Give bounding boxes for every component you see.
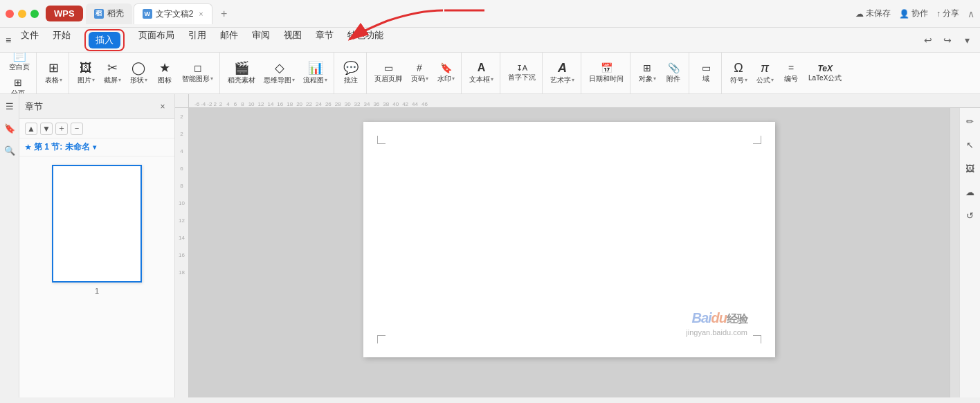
search-icon-btn[interactable]: 🔍 bbox=[2, 143, 17, 158]
toolbar-group-images: 🖼 图片 ▾ ✂ 截屏 ▾ ◯ 形状 ▾ bbox=[71, 53, 220, 94]
menu-item-view[interactable]: 视图 bbox=[278, 26, 307, 54]
daoke-material-btn[interactable]: 🎬 稻壳素材 bbox=[224, 60, 259, 87]
chapter-remove-btn[interactable]: － bbox=[71, 123, 83, 135]
ruler-tick: 2 bbox=[219, 101, 222, 107]
chapter-header: 章节 × bbox=[19, 94, 174, 119]
object-label: 对象 bbox=[639, 74, 653, 84]
menu-item-reference[interactable]: 引用 bbox=[183, 26, 212, 54]
tab-bar: WPS 稻 稻壳 W 文字文稿2 × + bbox=[46, 3, 855, 24]
rs-cursor-btn[interactable]: ↖ bbox=[963, 137, 978, 152]
datetime-label: 日期和时间 bbox=[589, 74, 624, 84]
chapter-up-btn[interactable]: ▲ bbox=[25, 123, 37, 135]
superscript-btn[interactable]: ↧A 首字下沉 bbox=[505, 62, 539, 84]
menu-item-start[interactable]: 开始 bbox=[47, 26, 76, 54]
watermark-arrow-icon: ▾ bbox=[452, 75, 455, 82]
right-scrollbar[interactable] bbox=[950, 108, 959, 397]
doc-scroll[interactable]: Baidu经验 jingyan.baidu.com bbox=[189, 108, 950, 397]
tab-daoke[interactable]: 稻 稻壳 bbox=[86, 3, 132, 24]
menu-item-file[interactable]: 文件 bbox=[15, 26, 44, 54]
blank-page-label: 空白页 bbox=[9, 62, 30, 72]
chapter-close-btn[interactable]: × bbox=[156, 100, 169, 113]
comment-btn[interactable]: 💬 批注 bbox=[338, 60, 363, 87]
image-btn[interactable]: 🖼 图片 ▾ bbox=[73, 60, 98, 87]
toolbar-group-page: 📄 空白页 ⊞ 分页 bbox=[3, 53, 37, 94]
baidu-watermark: Baidu经验 jingyan.baidu.com bbox=[686, 309, 747, 337]
rs-cloud-btn[interactable]: ☁ bbox=[963, 184, 978, 199]
domain-btn[interactable]: ▭ 域 bbox=[693, 61, 718, 86]
icon-btn[interactable]: ★ 图标 bbox=[152, 60, 177, 87]
undo-dropdown[interactable]: ▾ bbox=[959, 33, 974, 48]
formula-btn[interactable]: π 公式 ▾ bbox=[752, 60, 777, 87]
domain-label: 域 bbox=[702, 74, 709, 84]
number-btn[interactable]: = 编号 bbox=[779, 61, 804, 86]
chapter-header-btns: × bbox=[156, 100, 169, 113]
chapter-section-arrow-icon[interactable]: ▾ bbox=[93, 143, 96, 151]
expand-icon[interactable]: ∧ bbox=[968, 8, 974, 19]
menu-tools: ↩ ↪ ▾ bbox=[920, 33, 974, 48]
object-btn[interactable]: ⊞ 对象 ▾ bbox=[635, 61, 660, 86]
share-btn[interactable]: ↑ 分享 bbox=[936, 8, 959, 19]
tab-document[interactable]: W 文字文稿2 × bbox=[134, 3, 212, 24]
rs-edit-btn[interactable]: ✏ bbox=[963, 114, 978, 129]
minimize-traffic-light[interactable] bbox=[18, 10, 26, 18]
close-traffic-light[interactable] bbox=[6, 10, 14, 18]
pagenumber-btn[interactable]: # 页码 ▾ bbox=[407, 61, 432, 86]
latex-btn[interactable]: TeX LaTeX公式 bbox=[805, 62, 845, 85]
tab-wps[interactable]: WPS bbox=[46, 6, 83, 21]
attachment-label: 附件 bbox=[666, 74, 680, 84]
number-icon: = bbox=[788, 63, 794, 73]
redo-btn[interactable]: ↪ bbox=[940, 33, 955, 48]
unsaved-btn[interactable]: ☁ 未保存 bbox=[855, 8, 891, 19]
flowchart-btn[interactable]: 📊 流程图 ▾ bbox=[300, 60, 331, 87]
corner-bl bbox=[377, 335, 385, 343]
shape-btn[interactable]: ◯ 形状 ▾ bbox=[126, 60, 151, 87]
ruler-tick: 18 bbox=[287, 101, 293, 107]
ruler-tick: 32 bbox=[354, 101, 361, 107]
menu-item-pagelayout[interactable]: 页面布局 bbox=[133, 26, 180, 54]
mindmap-btn[interactable]: ◇ 思维导图 ▾ bbox=[260, 60, 298, 87]
chapter-section-icon: ★ bbox=[25, 143, 31, 151]
bookmark-icon-btn[interactable]: 🔖 bbox=[2, 120, 17, 136]
ruler-horizontal: -6 -4 -2 2 2 4 6 8 10 12 14 16 18 20 22 … bbox=[189, 94, 980, 108]
fullscreen-traffic-light[interactable] bbox=[30, 10, 39, 18]
hamburger-icon[interactable]: ≡ bbox=[6, 35, 11, 46]
ruler-tick: 20 bbox=[296, 101, 302, 107]
chapter-icon-btn[interactable]: ☰ bbox=[2, 98, 17, 114]
menu-item-mail[interactable]: 邮件 bbox=[215, 26, 244, 54]
datetime-btn[interactable]: 📅 日期和时间 bbox=[586, 61, 627, 86]
artword-btn[interactable]: A 艺术字 ▾ bbox=[547, 60, 578, 87]
table-btn[interactable]: ⊞ 表格 ▾ bbox=[41, 60, 66, 87]
chapter-add-btn[interactable]: ＋ bbox=[55, 123, 68, 135]
undo-btn[interactable]: ↩ bbox=[920, 33, 936, 48]
chapter-down-btn[interactable]: ▼ bbox=[40, 123, 53, 135]
collab-btn[interactable]: 👤 协作 bbox=[899, 8, 928, 19]
menu-item-special[interactable]: 特色功能 bbox=[342, 26, 389, 54]
tab-add-btn[interactable]: + bbox=[217, 6, 232, 21]
smartshape-btn[interactable]: ◻ 智能图形 ▾ bbox=[179, 61, 217, 86]
content-area: -6 -4 -2 2 2 4 6 8 10 12 14 16 18 20 22 … bbox=[175, 94, 980, 397]
menu-item-insert[interactable]: 插入 bbox=[89, 32, 120, 48]
headerfooter-btn[interactable]: ▭ 页眉页脚 bbox=[371, 61, 406, 86]
menu-item-chapter[interactable]: 章节 bbox=[310, 26, 339, 54]
mindmap-icon: ◇ bbox=[275, 62, 284, 74]
traffic-lights bbox=[6, 10, 39, 18]
blank-page-btn[interactable]: 📄 空白页 bbox=[6, 53, 33, 74]
attachment-btn[interactable]: 📎 附件 bbox=[661, 61, 686, 86]
symbol-btn[interactable]: Ω 符号 ▾ bbox=[726, 60, 751, 87]
rs-image-btn[interactable]: 🖼 bbox=[963, 161, 978, 176]
menu-item-review[interactable]: 审阅 bbox=[246, 26, 275, 54]
textbox-btn[interactable]: A 文本框 ▾ bbox=[466, 60, 497, 87]
image-icon: 🖼 bbox=[80, 62, 92, 74]
rs-undo-btn[interactable]: ↺ bbox=[963, 208, 978, 223]
screenshot-btn[interactable]: ✂ 截屏 ▾ bbox=[100, 60, 125, 87]
toolbar-group-textbox: A 文本框 ▾ bbox=[463, 53, 500, 94]
watermark-btn[interactable]: 🔖 水印 ▾ bbox=[433, 61, 458, 86]
headerfooter-label: 页眉页脚 bbox=[374, 74, 402, 84]
page-thumb-1[interactable] bbox=[52, 165, 142, 283]
main-area: ☰ 🔖 🔍 章节 × ▲ ▼ ＋ － ★ 第 1 节: 未命名 ▾ 1 bbox=[0, 94, 980, 397]
page-break-btn[interactable]: ⊞ 分页 bbox=[6, 75, 30, 95]
watermark-icon: 🔖 bbox=[440, 63, 452, 73]
chapter-section: ★ 第 1 节: 未命名 ▾ bbox=[19, 138, 174, 156]
tab-close-btn[interactable]: × bbox=[199, 10, 203, 18]
ruler-tick: 30 bbox=[345, 101, 351, 107]
